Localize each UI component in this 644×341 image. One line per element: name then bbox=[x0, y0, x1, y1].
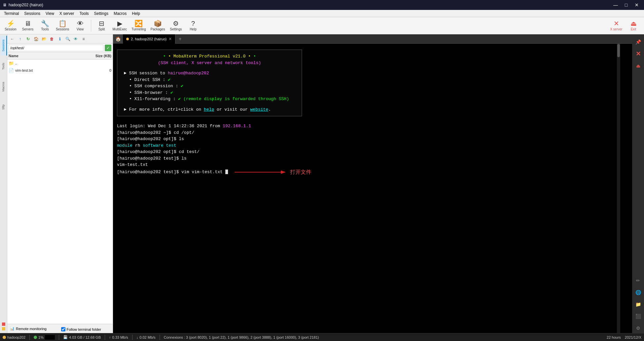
rp-settings2-button[interactable]: ⚙ bbox=[633, 323, 643, 333]
tunneling-icon: 🔀 bbox=[134, 20, 143, 27]
file-name-vimtest: vim-test.txt bbox=[15, 68, 84, 72]
scroll-thumb[interactable] bbox=[617, 44, 620, 57]
menu-help[interactable]: Help bbox=[129, 11, 143, 17]
follow-folder-checkbox[interactable] bbox=[61, 327, 65, 331]
exit-button[interactable]: ⏏ Exit bbox=[625, 19, 641, 33]
tab-hadoop202[interactable]: 2. hadoop202 (hairuo) ✕ bbox=[123, 34, 175, 44]
view-button[interactable]: 👁 View bbox=[72, 19, 88, 33]
time-value: 22 hours bbox=[607, 335, 621, 339]
packages-icon: 📦 bbox=[154, 20, 162, 27]
session-button[interactable]: ⚡ Session bbox=[3, 19, 19, 33]
cmd-ls-test: [hairuo@hadoop202 test]$ ls bbox=[117, 155, 628, 162]
multiexec-button[interactable]: ▶ MultiExec bbox=[111, 19, 129, 33]
tab-home-button[interactable]: 🏠 bbox=[113, 34, 123, 44]
session-label: Session bbox=[5, 27, 17, 31]
rp-terminal-button[interactable]: ⬛ bbox=[633, 311, 643, 321]
fp-delete-button[interactable]: 🗑 bbox=[48, 35, 56, 43]
website-link[interactable]: website bbox=[250, 107, 268, 112]
status-bar: hadoop202 1% 💾 4.03 GB / 12.68 GB ↑ 0.33… bbox=[0, 333, 644, 341]
new-tab-button[interactable]: + bbox=[175, 34, 185, 44]
terminal-scrollbar[interactable] bbox=[617, 44, 620, 333]
yellow-indicator bbox=[2, 327, 5, 330]
servers-button[interactable]: 🖥 Servers bbox=[20, 19, 36, 33]
sessions-label: Sessions bbox=[56, 27, 69, 31]
tools-button[interactable]: 🔧 Tools bbox=[37, 19, 53, 33]
file-item-vimtest[interactable]: 📄 vim-test.txt 0 bbox=[7, 67, 113, 74]
remote-monitoring-label: Remote monitoring bbox=[16, 327, 47, 331]
col-name-header: Name bbox=[9, 54, 85, 58]
col-size-header: Size (KB) bbox=[85, 54, 111, 58]
sidebar-tab-tools[interactable]: Tools bbox=[0, 56, 7, 76]
info-line: ► For more info, ctrl+click on help or v… bbox=[124, 106, 295, 113]
host-dot bbox=[3, 336, 6, 339]
connections-value: Connexions : 3 (port 8020), 1 (port 22),… bbox=[164, 335, 319, 339]
rp-pin-button[interactable]: 📌 bbox=[633, 37, 643, 47]
rp-folder-button[interactable]: 📁 bbox=[633, 299, 643, 309]
status-datetime: 2021/12/X bbox=[625, 335, 641, 339]
host-label: hadoop202 bbox=[7, 335, 25, 339]
tunneling-button[interactable]: 🔀 Tunneling bbox=[130, 19, 148, 33]
parent-folder-name: .. bbox=[15, 61, 84, 65]
fp-up-button[interactable]: ↑ bbox=[17, 35, 24, 43]
fp-refresh-button[interactable]: ↻ bbox=[24, 35, 32, 43]
menu-tools[interactable]: Tools bbox=[77, 11, 92, 17]
menu-settings[interactable]: Settings bbox=[92, 11, 111, 17]
fp-bookmark-button[interactable]: 📂 bbox=[40, 35, 48, 43]
file-item-parent[interactable]: 📁 .. bbox=[7, 59, 113, 67]
fp-more-button[interactable]: ≡ bbox=[80, 35, 87, 43]
file-panel-footer: 📊 Remote monitoring Follow terminal fold… bbox=[7, 324, 113, 333]
remote-monitoring-button[interactable]: 📊 Remote monitoring bbox=[10, 326, 47, 331]
app-icon: 🖥 bbox=[3, 3, 7, 7]
exit-icon: ⏏ bbox=[630, 20, 637, 27]
sessions-button[interactable]: 📋 Sessions bbox=[54, 19, 71, 33]
menu-terminal[interactable]: Terminal bbox=[1, 11, 21, 17]
upload-value: 0.33 Mb/s bbox=[112, 335, 128, 339]
window-title: hadoop202 (hairuo) bbox=[9, 3, 43, 7]
annotation-arrow: 打开文件 bbox=[235, 168, 311, 176]
fp-info-button[interactable]: ℹ bbox=[56, 35, 63, 43]
ls-test-output: vim-test.txt bbox=[117, 162, 628, 168]
tab-status-dot bbox=[126, 38, 129, 40]
help-link[interactable]: help bbox=[204, 107, 214, 112]
close-button[interactable]: ✕ bbox=[632, 0, 641, 10]
right-panel: 📌 ✕ ⏏ ✏ 🌐 📁 ⬛ ⚙ bbox=[632, 34, 644, 333]
terminal-content[interactable]: • • MobaXterm Professional v21.0 • • (SS… bbox=[113, 44, 632, 333]
tab-close-button[interactable]: ✕ bbox=[169, 37, 172, 41]
packages-button[interactable]: 📦 Packages bbox=[149, 19, 167, 33]
path-go-button[interactable]: ✓ bbox=[105, 45, 111, 51]
rp-edit-button[interactable]: ✏ bbox=[633, 276, 643, 285]
fp-home-button[interactable]: 🏠 bbox=[32, 35, 40, 43]
sidebar-tab-sftp[interactable]: Sftp bbox=[0, 97, 7, 117]
fp-hidden-button[interactable]: 👁 bbox=[72, 35, 79, 43]
status-connections: Connexions : 3 (port 8020), 1 (port 22),… bbox=[164, 335, 319, 339]
file-size-vimtest: 0 bbox=[85, 68, 111, 72]
menu-sessions[interactable]: Sessions bbox=[21, 11, 43, 17]
maximize-button[interactable]: □ bbox=[622, 0, 631, 10]
fp-back-button[interactable]: ← bbox=[9, 35, 16, 43]
annotation-text: 打开文件 bbox=[290, 168, 311, 176]
rp-network-button[interactable]: 🌐 bbox=[633, 287, 643, 297]
menu-macros[interactable]: Macros bbox=[111, 11, 129, 17]
red-indicator bbox=[2, 322, 5, 326]
menu-xserver[interactable]: X server bbox=[57, 11, 77, 17]
xserver-label: X server bbox=[610, 27, 622, 31]
rp-xserver-button[interactable]: ✕ bbox=[633, 49, 643, 59]
settings-button[interactable]: ⚙ Settings bbox=[168, 19, 184, 33]
status-div-5 bbox=[160, 335, 160, 340]
tab-label: 2. hadoop202 (hairuo) bbox=[131, 37, 167, 41]
servers-icon: 🖥 bbox=[24, 20, 31, 27]
cursor bbox=[225, 170, 228, 174]
split-button[interactable]: ⊟ Split bbox=[94, 19, 110, 33]
fp-filter-button[interactable]: 🔍 bbox=[64, 35, 71, 43]
minimize-button[interactable]: — bbox=[611, 0, 620, 10]
status-div-2 bbox=[59, 335, 59, 340]
sidebar-tab-sessions[interactable]: Sessions bbox=[0, 36, 7, 56]
help-button[interactable]: ? Help bbox=[185, 19, 201, 33]
datetime-value: 2021/12/X bbox=[625, 335, 641, 339]
menu-view[interactable]: View bbox=[43, 11, 57, 17]
rp-exit-button[interactable]: ⏏ bbox=[633, 61, 643, 71]
sidebar-tab-macros[interactable]: Macros bbox=[0, 77, 7, 96]
path-input[interactable] bbox=[9, 45, 103, 51]
file-panel: ← ↑ ↻ 🏠 📂 🗑 ℹ 🔍 👁 ≡ ✓ Name Size (KB) 📁 .… bbox=[7, 34, 113, 333]
xserver-button[interactable]: ✕ X server bbox=[608, 19, 624, 33]
